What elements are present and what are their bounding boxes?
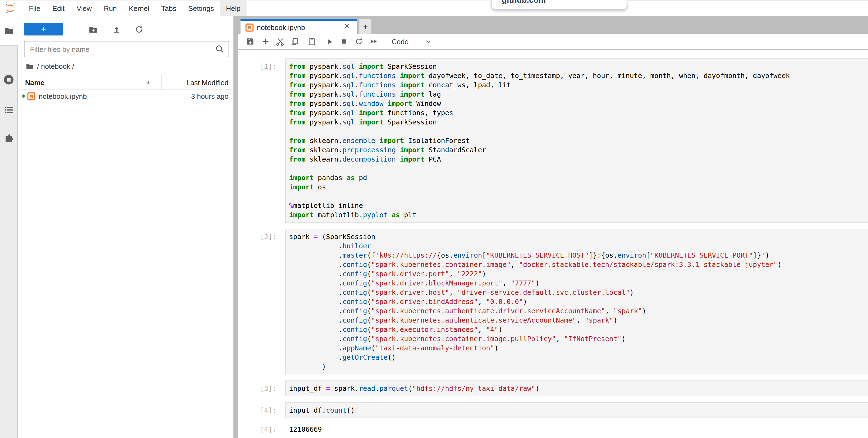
save-button[interactable] — [244, 35, 257, 48]
filter-files-field[interactable] — [24, 41, 229, 57]
menu-item-kernel[interactable]: Kernel — [123, 1, 155, 16]
cell-input-prompt: [3]: — [238, 380, 277, 396]
column-header-modified[interactable]: Last Modified — [186, 78, 228, 87]
add-cell-button[interactable] — [259, 35, 272, 48]
file-list-header: Name ▲ Last Modified — [18, 75, 234, 90]
home-folder-icon[interactable] — [26, 62, 34, 70]
upload-button[interactable] — [110, 23, 123, 36]
jupyterlab-window: github.com FileEditViewRunKernelTabsSett… — [0, 0, 868, 438]
restart-icon — [354, 37, 363, 46]
code-cell[interactable]: [3]:input_df = spark.read.parquet("hdfs:… — [238, 380, 868, 396]
menu-item-run[interactable]: Run — [98, 1, 123, 16]
tab-title: notebook.ipynb — [257, 23, 305, 31]
breadcrumb-path: / notebook / — [37, 62, 74, 70]
table-of-contents-icon — [4, 105, 14, 115]
upload-icon — [112, 25, 122, 34]
cut-icon — [275, 37, 284, 46]
rail-tab-extensions[interactable] — [0, 127, 18, 148]
file-modified: 3 hours ago — [191, 92, 228, 100]
notebook-toolbar: Code — [238, 34, 868, 50]
menu-item-tabs[interactable]: Tabs — [155, 1, 182, 16]
fast-forward-icon — [369, 37, 378, 46]
save-icon — [246, 37, 255, 46]
cell-input-prompt: [2]: — [238, 229, 277, 374]
column-divider — [161, 75, 162, 89]
new-launcher-button[interactable]: + — [24, 23, 63, 35]
notebook-file-icon — [245, 23, 254, 31]
cell-output-prompt: [4]: — [238, 425, 277, 434]
dock-tabbar: notebook.ipynb ✕ + — [238, 16, 868, 34]
cell-input-prompt: [4]: — [238, 402, 277, 418]
cell-type-dropdown[interactable]: Code — [392, 35, 408, 48]
jupyter-logo-icon — [4, 2, 17, 14]
cell-collapser[interactable] — [277, 229, 285, 374]
rail-tab-file-browser[interactable] — [0, 16, 18, 45]
tab-close-icon[interactable]: ✕ — [344, 23, 350, 29]
cell-type-value: Code — [392, 37, 408, 46]
menubar: FileEditViewRunKernelTabsSettingsHelp — [0, 1, 868, 17]
stop-kernel-button[interactable] — [338, 35, 351, 48]
kernel-running-dot — [22, 94, 25, 98]
folder-icon — [4, 25, 14, 36]
cell-editor[interactable]: input_df.count() — [285, 402, 868, 418]
breadcrumb[interactable]: / notebook / — [26, 61, 74, 71]
search-icon — [214, 43, 225, 55]
file-list: notebook.ipynb3 hours ago — [18, 89, 234, 103]
chevron-down-icon — [425, 38, 432, 45]
stop-icon — [340, 38, 348, 45]
add-icon — [261, 37, 270, 46]
puzzle-icon — [4, 133, 14, 143]
menu-item-help[interactable]: Help — [220, 1, 247, 16]
refresh-icon — [134, 25, 144, 34]
menu-item-edit[interactable]: Edit — [46, 1, 71, 16]
code-cell[interactable]: [1]:from pyspark.sql import SparkSession… — [238, 58, 868, 223]
paste-icon — [308, 37, 316, 46]
new-folder-button[interactable] — [87, 23, 100, 36]
paste-cells-button[interactable] — [305, 35, 318, 48]
refresh-button[interactable] — [132, 23, 146, 36]
menu-item-view[interactable]: View — [71, 1, 98, 16]
cell-editor[interactable]: from pyspark.sql import SparkSessionfrom… — [285, 58, 868, 223]
tab-notebook-ipynb[interactable]: notebook.ipynb ✕ — [241, 19, 357, 34]
new-folder-icon — [88, 25, 98, 34]
column-header-name[interactable]: Name — [25, 78, 44, 87]
menu-items: FileEditViewRunKernelTabsSettingsHelp — [23, 1, 247, 16]
cell-editor[interactable]: input_df = spark.read.parquet("hdfs://hd… — [285, 380, 868, 396]
rail-tab-table-of-contents[interactable] — [0, 99, 18, 121]
run-cell-button[interactable] — [323, 35, 336, 48]
cell-collapser[interactable] — [277, 402, 285, 418]
cell-editor[interactable]: spark = (SparkSession .builder .master(f… — [285, 229, 868, 374]
file-row[interactable]: notebook.ipynb3 hours ago — [18, 89, 234, 103]
new-tab-button[interactable]: + — [360, 19, 371, 34]
cell-output: [4]:12106669 — [238, 425, 868, 434]
browser-popup: github.com — [491, 0, 627, 10]
menu-item-settings[interactable]: Settings — [182, 1, 220, 16]
cell-input-prompt: [1]: — [238, 58, 277, 223]
restart-kernel-button[interactable] — [352, 35, 365, 48]
run-icon — [325, 37, 334, 46]
code-cell[interactable]: [4]:input_df.count() — [238, 402, 868, 418]
sort-ascending-icon[interactable]: ▲ — [146, 80, 151, 85]
file-name: notebook.ipynb — [39, 92, 87, 100]
copy-cells-button[interactable] — [288, 35, 301, 48]
cell-collapser[interactable] — [277, 380, 285, 396]
cell-output-text: 12106669 — [285, 425, 322, 434]
notebook-dock: notebook.ipynb ✕ + — [238, 16, 868, 438]
sidebar-rail — [0, 16, 18, 438]
browser-popup-text: github.com — [502, 0, 627, 4]
menu-item-file[interactable]: File — [23, 1, 46, 16]
panel-splitter[interactable] — [234, 16, 238, 438]
rail-background — [0, 45, 18, 438]
running-kernels-icon — [3, 74, 14, 85]
cell-collapser[interactable] — [277, 58, 285, 223]
filter-files-input[interactable] — [29, 45, 214, 54]
restart-run-all-button[interactable] — [367, 35, 380, 48]
file-browser-panel: + — [18, 16, 234, 438]
notebook-file-icon — [27, 92, 35, 100]
rail-tab-running-kernels[interactable] — [0, 69, 18, 91]
code-cell[interactable]: [2]:spark = (SparkSession .builder .mast… — [238, 229, 868, 374]
copy-icon — [290, 37, 299, 46]
notebook-content[interactable]: [1]:from pyspark.sql import SparkSession… — [238, 50, 868, 438]
cut-cells-button[interactable] — [273, 35, 286, 48]
output-spacer — [277, 425, 285, 434]
